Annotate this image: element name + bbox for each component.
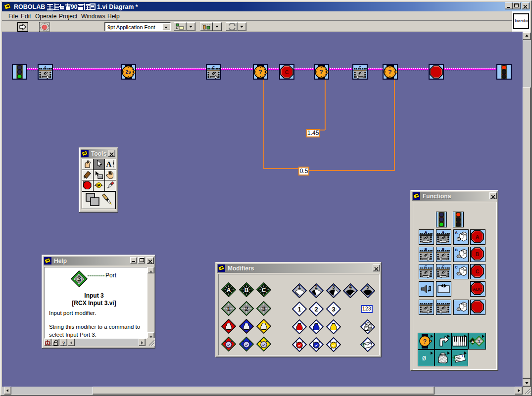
svg-text:2: 2 <box>244 305 248 312</box>
svg-text:?: ? <box>319 69 323 76</box>
svg-text:P: P <box>97 183 100 188</box>
svg-text:4: 4 <box>349 284 352 290</box>
svg-text:C: C <box>455 265 458 269</box>
svg-text:3: 3 <box>332 306 335 313</box>
svg-text:B: B <box>244 287 248 294</box>
svg-text:?: ? <box>423 338 427 345</box>
svg-text:A: A <box>455 230 458 235</box>
svg-text:3: 3 <box>77 275 81 283</box>
svg-text:A: A <box>106 160 111 168</box>
svg-text:2: 2 <box>315 284 318 290</box>
svg-text:B: B <box>455 248 458 252</box>
svg-text:2: 2 <box>314 306 318 313</box>
svg-text:C: C <box>476 268 480 274</box>
svg-text:3: 3 <box>262 305 265 312</box>
svg-text:5: 5 <box>366 284 369 290</box>
svg-text:ABC: ABC <box>473 287 482 292</box>
svg-text:A: A <box>227 287 231 294</box>
svg-text:2s: 2s <box>125 69 131 75</box>
svg-text:1: 1 <box>478 339 480 344</box>
svg-text:C: C <box>262 287 266 294</box>
svg-text:1: 1 <box>298 284 301 290</box>
svg-text:?: ? <box>62 340 65 347</box>
svg-text:A: A <box>471 340 474 344</box>
svg-text:C: C <box>285 69 289 75</box>
svg-text:?: ? <box>388 69 391 76</box>
svg-text:?: ? <box>258 69 262 76</box>
svg-text:1: 1 <box>297 306 301 313</box>
svg-text:1: 1 <box>227 305 230 312</box>
svg-text:B: B <box>476 251 480 257</box>
svg-text:A: A <box>476 234 480 240</box>
svg-text:Ø: Ø <box>422 355 426 362</box>
svg-text:3: 3 <box>332 284 335 290</box>
